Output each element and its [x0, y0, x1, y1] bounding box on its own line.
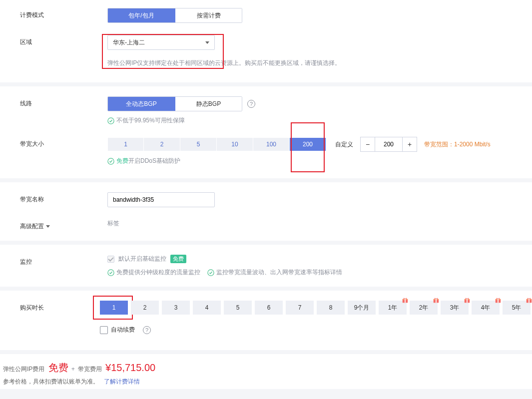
monitor-hint2: 监控带宽流量波动、出入网带宽速率等指标详情: [207, 268, 342, 277]
help-icon[interactable]: ?: [247, 100, 255, 108]
caret-down-icon: [46, 225, 50, 228]
decrease-button[interactable]: −: [360, 137, 375, 152]
check-circle-icon: [207, 269, 214, 276]
bw-fee-label: 带宽费用: [78, 365, 102, 374]
bw-preset-1[interactable]: 1: [107, 137, 144, 151]
ref-text: 参考价格，具体扣费请以账单为准。: [3, 378, 99, 385]
check-circle-icon: [107, 269, 114, 276]
duration-label: 购买时长: [20, 301, 100, 312]
ddos-text: 开启DDoS基础防护: [128, 157, 180, 164]
plus-icon: +: [71, 366, 75, 373]
bandwidth-range-hint: 带宽范围：1-2000 Mbit/s: [424, 140, 491, 149]
billing-label: 计费模式: [20, 8, 107, 19]
duration-2[interactable]: 2: [131, 301, 159, 315]
auto-renew-label: 自动续费: [111, 326, 135, 334]
auto-renew-checkbox[interactable]: [100, 326, 108, 334]
svg-rect-15: [498, 299, 499, 303]
monitor-hint2-text: 监控带宽流量波动、出入网带宽速率等指标详情: [216, 268, 342, 277]
duration-7[interactable]: 7: [286, 301, 314, 315]
region-select[interactable]: 华东-上海二: [107, 35, 215, 50]
bw-preset-10[interactable]: 10: [217, 137, 253, 151]
bandwidth-presets: 12510100200: [107, 137, 326, 151]
duration-3年[interactable]: 3年: [441, 301, 469, 315]
gift-icon: [495, 297, 502, 304]
billing-ondemand[interactable]: 按需计费: [175, 8, 242, 22]
bandwidth-stepper: − +: [360, 137, 417, 152]
duration-1年[interactable]: 1年: [379, 301, 407, 315]
duration-4年[interactable]: 4年: [472, 301, 500, 315]
duration-8[interactable]: 8: [317, 301, 345, 315]
svg-rect-18: [529, 299, 530, 303]
line-label: 线路: [20, 96, 107, 108]
billing-monthly[interactable]: 包年/包月: [108, 8, 175, 22]
line-sla: 不低于99.95%可用性保障: [107, 116, 185, 125]
custom-label: 自定义: [335, 140, 353, 149]
monitor-default-checkbox: [107, 256, 114, 263]
region-label: 区域: [20, 35, 107, 46]
price-footer: 弹性公网IP费用 免费 + 带宽费用 ¥15,715.00 参考价格，具体扣费请…: [0, 354, 532, 389]
ddos-free: 免费: [116, 157, 128, 164]
region-hint: 弹性公网IP仅支持绑定在处于相同区域的云资源上。购买后不能更换区域，请谨慎选择。: [107, 59, 341, 67]
check-circle-icon: [107, 158, 114, 165]
duration-1[interactable]: 1: [100, 301, 128, 315]
bw-preset-2[interactable]: 2: [144, 137, 180, 151]
line-dynamic-bgp[interactable]: 全动态BGP: [108, 97, 175, 111]
caret-down-icon: [205, 41, 209, 44]
duration-2年[interactable]: 2年: [410, 301, 438, 315]
increase-button[interactable]: +: [402, 137, 417, 152]
bw-fee-price: ¥15,715.00: [105, 362, 155, 374]
monitor-label: 监控: [20, 255, 107, 266]
advanced-toggle[interactable]: 高级配置: [20, 219, 107, 231]
duration-4[interactable]: 4: [193, 301, 221, 315]
help-icon[interactable]: ?: [143, 326, 151, 334]
ddos-hint: 免费开启DDoS基础防护: [107, 157, 180, 165]
duration-3[interactable]: 3: [162, 301, 190, 315]
billing-toggle: 包年/包月 按需计费: [107, 8, 242, 23]
monitor-default-text: 默认开启基础监控: [118, 255, 166, 263]
line-toggle: 全动态BGP 静态BGP: [107, 96, 242, 111]
line-static-bgp[interactable]: 静态BGP: [175, 97, 242, 111]
free-tag: 免费: [170, 255, 186, 263]
advanced-tag: 标签: [107, 219, 119, 228]
region-selected: 华东-上海二: [113, 38, 145, 47]
eip-fee-label: 弹性公网IP费用: [3, 365, 44, 374]
advanced-label-text: 高级配置: [20, 222, 44, 231]
bandwidth-label: 带宽大小: [20, 137, 107, 148]
duration-5年[interactable]: 5年: [503, 301, 531, 315]
bandwidth-input[interactable]: [375, 137, 402, 152]
duration-9个月[interactable]: 9个月: [348, 301, 376, 315]
svg-rect-12: [467, 299, 468, 303]
pricing-link[interactable]: 了解计费详情: [104, 378, 140, 385]
bw-preset-100[interactable]: 100: [253, 137, 290, 151]
line-sla-text: 不低于99.95%可用性保障: [116, 116, 185, 125]
gift-icon: [433, 297, 440, 304]
duration-6[interactable]: 6: [255, 301, 283, 315]
gift-icon: [402, 297, 409, 304]
svg-rect-6: [405, 299, 406, 303]
bandwidth-name-input[interactable]: [107, 192, 215, 207]
svg-rect-9: [436, 299, 437, 303]
monitor-hint1: 免费提供分钟级粒度的流量监控: [107, 268, 200, 277]
bwname-label: 带宽名称: [20, 192, 107, 204]
duration-5[interactable]: 5: [224, 301, 252, 315]
check-circle-icon: [107, 117, 114, 124]
gift-icon: [464, 297, 471, 304]
bw-preset-5[interactable]: 5: [180, 137, 217, 151]
duration-grid: 123456789个月1年2年3年4年5年: [100, 301, 531, 315]
bw-preset-200[interactable]: 200: [290, 137, 326, 151]
eip-fee-free: 免费: [48, 361, 68, 375]
monitor-hint1-text: 免费提供分钟级粒度的流量监控: [116, 268, 200, 277]
gift-icon: [526, 297, 532, 304]
